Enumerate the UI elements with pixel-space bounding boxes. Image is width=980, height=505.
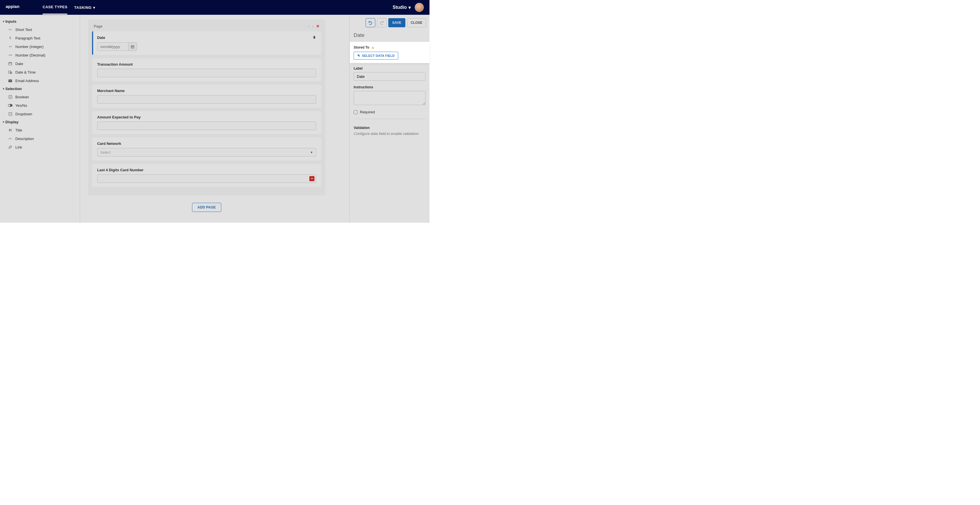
abc-icon: Abc — [8, 137, 13, 141]
required-checkbox[interactable] — [354, 110, 358, 114]
palette-email[interactable]: Email Address — [0, 76, 80, 85]
form-card-transaction-amount[interactable]: Transaction Amount — [92, 58, 321, 81]
page-container: Page ↑ ↓ ✕ Date — [88, 19, 325, 195]
svg-rect-9 — [8, 79, 12, 82]
svg-rect-1 — [9, 62, 12, 65]
redo-button[interactable] — [377, 18, 387, 27]
chevron-down-icon: ▾ — [93, 5, 95, 10]
palette-item-label: Yes/No — [15, 103, 27, 108]
palette-item-label: Number (Decimal) — [15, 53, 45, 57]
brand-logo: appian — [6, 3, 31, 12]
add-page-button[interactable]: ADD PAGE — [192, 203, 221, 212]
palette-paragraph-text[interactable]: ¶Paragraph Text — [0, 34, 80, 42]
mail-icon — [8, 78, 13, 83]
panel-title: Date — [350, 31, 430, 42]
palette-item-label: Email Address — [15, 79, 39, 83]
move-up-icon[interactable]: ↑ — [308, 24, 310, 29]
group-selection[interactable]: ▾ Selection — [0, 85, 80, 92]
label-field-label: Label — [354, 67, 426, 70]
undo-icon — [368, 21, 373, 25]
clock-icon — [8, 70, 13, 75]
nav-case-types[interactable]: CASE TYPES — [43, 0, 67, 14]
select-data-field-button[interactable]: ✎ SELECT DATA FIELD — [354, 52, 398, 60]
group-label: Inputs — [5, 19, 16, 24]
chevron-down-icon: ▾ — [3, 121, 4, 124]
undo-button[interactable] — [366, 18, 375, 27]
palette-boolean[interactable]: Boolean — [0, 92, 80, 101]
page-title: Page — [94, 24, 308, 29]
palette-yes-no[interactable]: Yes/No — [0, 101, 80, 110]
nav-tasking[interactable]: TASKING ▾ — [74, 1, 95, 14]
palette-item-label: Dropdown — [15, 112, 32, 116]
masked-input[interactable] — [97, 175, 316, 183]
palette-number-decimal[interactable]: 4.56Number (Decimal) — [0, 51, 80, 59]
group-display[interactable]: ▾ Display — [0, 118, 80, 126]
decimal-icon: 4.56 — [8, 53, 13, 57]
studio-dropdown[interactable]: Studio ▾ — [393, 5, 411, 10]
component-palette: ▾ Inputs AbcShort Text ¶Paragraph Text 1… — [0, 15, 80, 223]
calendar-icon — [8, 61, 13, 66]
text-input[interactable] — [97, 69, 316, 77]
form-card-card-network[interactable]: Card Network Select ▼ — [92, 138, 321, 160]
palette-item-label: Short Text — [15, 27, 32, 32]
chevron-down-icon: ▾ — [3, 20, 4, 23]
form-canvas: Page ↑ ↓ ✕ Date — [80, 15, 349, 223]
studio-label: Studio — [393, 5, 407, 10]
svg-rect-17 — [133, 46, 133, 47]
form-card-merchant-name[interactable]: Merchant Name — [92, 85, 321, 108]
palette-short-text[interactable]: AbcShort Text — [0, 25, 80, 34]
trash-icon[interactable] — [312, 35, 316, 40]
paragraph-icon: ¶ — [8, 36, 13, 40]
palette-link[interactable]: Link — [0, 143, 80, 151]
chevron-down-icon: ▾ — [409, 5, 411, 10]
card-label: Amount Expected to Pay — [97, 115, 316, 119]
form-card-amount-expected[interactable]: Amount Expected to Pay — [92, 111, 321, 134]
dropdown-icon — [8, 112, 13, 116]
card-label: Transaction Amount — [97, 62, 316, 67]
date-input[interactable] — [97, 42, 128, 51]
abc-icon: Abc — [8, 27, 13, 32]
palette-number-integer[interactable]: 123Number (Integer) — [0, 42, 80, 51]
palette-item-label: Title — [15, 128, 22, 132]
remove-page-icon[interactable]: ✕ — [316, 24, 320, 29]
select-data-field-label: SELECT DATA FIELD — [362, 54, 395, 57]
svg-rect-13 — [9, 113, 12, 116]
validation-hint: Configure data field to enable validatio… — [354, 132, 426, 136]
card-label: Card Network — [97, 141, 316, 146]
text-input[interactable] — [97, 95, 316, 104]
chevron-down-icon: ▾ — [3, 87, 4, 91]
palette-item-label: Date — [15, 62, 23, 66]
instructions-field-label: Instructions — [354, 85, 426, 89]
properties-panel: SAVE CLOSE Date Stored To ▲ ✎ SELECT DAT… — [349, 15, 430, 223]
move-down-icon[interactable]: ↓ — [312, 24, 314, 29]
masked-badge-icon: ••• — [309, 176, 315, 181]
stored-to-label: Stored To — [354, 46, 369, 49]
validation-field-label: Validation — [354, 126, 426, 130]
calendar-icon — [130, 45, 134, 49]
number-icon: 123 — [8, 44, 13, 49]
close-button[interactable]: CLOSE — [407, 18, 426, 27]
svg-text:appian: appian — [6, 4, 19, 9]
palette-item-label: Link — [15, 145, 22, 149]
form-card-date[interactable]: Date — [92, 31, 321, 55]
text-input[interactable] — [97, 122, 316, 130]
card-label: Merchant Name — [97, 89, 316, 93]
label-input[interactable] — [354, 72, 426, 81]
card-label: Last 4 Digits Card Number — [97, 168, 316, 172]
warning-icon: ▲ — [371, 45, 375, 49]
palette-date[interactable]: Date — [0, 59, 80, 68]
select-input[interactable]: Select ▼ — [97, 148, 316, 157]
group-inputs[interactable]: ▾ Inputs — [0, 17, 80, 25]
palette-date-time[interactable]: Date & Time — [0, 68, 80, 76]
instructions-textarea[interactable] — [354, 91, 426, 105]
palette-dropdown[interactable]: Dropdown — [0, 110, 80, 118]
redo-icon — [380, 21, 384, 25]
avatar[interactable] — [415, 3, 424, 12]
form-card-last4[interactable]: Last 4 Digits Card Number ••• — [92, 164, 321, 187]
group-label: Display — [5, 120, 19, 124]
palette-description[interactable]: AbcDescription — [0, 134, 80, 143]
date-picker-button[interactable] — [128, 42, 137, 51]
palette-title[interactable]: HTitle — [0, 126, 80, 134]
select-placeholder: Select — [100, 150, 110, 154]
save-button[interactable]: SAVE — [388, 18, 405, 27]
